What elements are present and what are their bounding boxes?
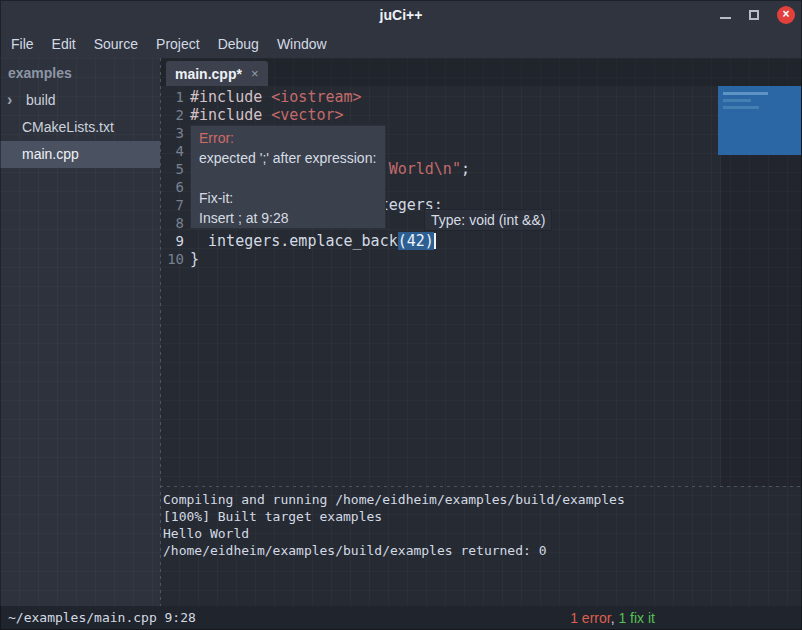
minimap-mark: [723, 106, 759, 109]
sidebar-item-cmakelists-txt[interactable]: CMakeLists.txt: [0, 114, 160, 141]
status-diagnostics: 1 error, 1 fix it: [570, 606, 655, 630]
line-number: 8: [160, 214, 184, 232]
overview-map[interactable]: [718, 86, 801, 155]
status-error-count: 1 error: [570, 610, 610, 626]
close-button[interactable]: ×: [774, 0, 798, 30]
line-number: 2: [160, 106, 184, 124]
tree-item-label: build: [26, 92, 56, 108]
tooltip-spacer: [199, 168, 377, 188]
fixit-label: Fix-it:: [199, 188, 377, 208]
tab-label: main.cpp*: [175, 66, 242, 82]
code-token: integers.emplace_back: [190, 232, 398, 250]
menu-item-file[interactable]: File: [2, 30, 43, 58]
code-token: #include: [190, 88, 271, 106]
text-cursor: [434, 233, 436, 249]
code-text: #include <vector>: [184, 106, 344, 124]
terminal-line: Compiling and running /home/eidheim/exam…: [163, 491, 799, 508]
restore-button[interactable]: [742, 0, 766, 30]
type-tooltip: Type: void (int &&): [424, 209, 552, 231]
close-tab-icon[interactable]: ×: [251, 66, 259, 81]
minimap-mark: [723, 92, 768, 95]
window-title: juCi++: [380, 7, 423, 23]
diagnostic-tooltip: Error: expected ';' after expression: Fi…: [190, 125, 386, 229]
code-line-2[interactable]: 2#include <vector>: [160, 106, 802, 124]
code-token: }: [190, 250, 199, 268]
restore-icon: [749, 10, 759, 20]
code-token: ;: [461, 160, 470, 178]
project-name: examples: [0, 58, 160, 87]
tree-item-label: main.cpp: [22, 146, 79, 162]
terminal-line: [100%] Built target examples: [163, 508, 799, 525]
fixit-action: Insert ; at 9:28: [199, 208, 377, 228]
status-fixit-count: 1 fix it: [618, 610, 655, 626]
code-token: #include: [190, 106, 271, 124]
main-content: examples ›buildCMakeLists.txtmain.cpp ma…: [0, 58, 802, 606]
code-line-10[interactable]: 10}: [160, 250, 802, 268]
line-number: 10: [160, 250, 184, 268]
minimap-mark: [723, 99, 751, 102]
terminal-line: /home/eidheim/examples/build/examples re…: [163, 542, 799, 559]
line-number: 3: [160, 124, 184, 142]
titlebar: juCi++ ×: [0, 0, 802, 30]
pane-divider-vertical[interactable]: [160, 58, 161, 606]
code-text: #include <iostream>: [184, 88, 362, 106]
tree-item-label: CMakeLists.txt: [22, 119, 114, 135]
app-window: juCi++ × FileEditSourceProjectDebugWindo…: [0, 0, 802, 630]
file-tree: ›buildCMakeLists.txtmain.cpp: [0, 87, 160, 168]
code-token: <vector>: [271, 106, 343, 124]
menu-item-edit[interactable]: Edit: [43, 30, 85, 58]
editor-pane: main.cpp*× 1#include <iostream>2#include…: [160, 58, 802, 606]
close-icon: ×: [777, 6, 795, 24]
menu-item-source[interactable]: Source: [85, 30, 147, 58]
code-line-1[interactable]: 1#include <iostream>: [160, 88, 802, 106]
code-text: integers.emplace_back(42): [184, 232, 436, 250]
line-number: 5: [160, 160, 184, 178]
line-number: 9: [160, 232, 184, 250]
code-token: (42): [398, 232, 434, 250]
line-number: 4: [160, 142, 184, 160]
menu-item-debug[interactable]: Debug: [209, 30, 268, 58]
sidebar-item-main-cpp[interactable]: main.cpp: [0, 141, 160, 168]
terminal-line: Hello World: [163, 525, 799, 542]
error-label: Error:: [199, 128, 377, 148]
minimize-icon: [720, 17, 731, 19]
code-text: }: [184, 250, 199, 268]
terminal[interactable]: Compiling and running /home/eidheim/exam…: [160, 487, 802, 606]
menu-item-window[interactable]: Window: [268, 30, 336, 58]
line-number: 7: [160, 196, 184, 214]
minimize-button[interactable]: [714, 0, 738, 30]
line-number: 1: [160, 88, 184, 106]
error-message: expected ';' after expression:: [199, 148, 377, 168]
sidebar: examples ›buildCMakeLists.txtmain.cpp: [0, 58, 160, 606]
tabbar: main.cpp*×: [160, 58, 802, 86]
code-line-9[interactable]: 9 integers.emplace_back(42): [160, 232, 802, 250]
menu-item-project[interactable]: Project: [147, 30, 209, 58]
status-file-location: ~/examples/main.cpp 9:28: [8, 606, 196, 630]
code-token: <iostream>: [271, 88, 361, 106]
tab-main-cpp[interactable]: main.cpp*×: [166, 61, 268, 86]
menubar: FileEditSourceProjectDebugWindow: [0, 30, 802, 58]
chevron-right-icon[interactable]: ›: [7, 86, 12, 113]
sidebar-item-build[interactable]: ›build: [0, 87, 160, 114]
line-number: 6: [160, 178, 184, 196]
statusbar: ~/examples/main.cpp 9:28 1 error, 1 fix …: [0, 606, 802, 630]
editor[interactable]: 1#include <iostream>2#include <vector>34…: [160, 86, 802, 486]
